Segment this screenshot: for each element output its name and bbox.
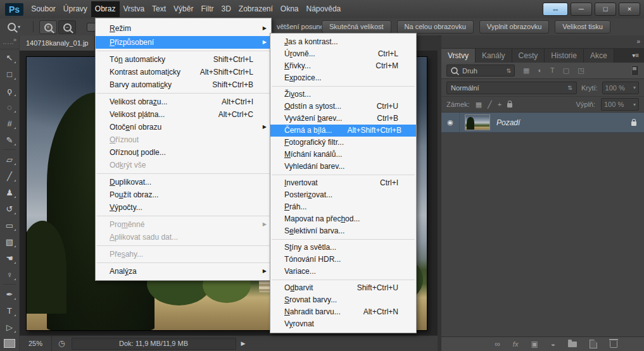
lasso-tool[interactable]: ϙ: [1, 82, 18, 99]
menu-item[interactable]: Srovnat barvy... ▶: [270, 294, 416, 306]
blend-mode-dropdown[interactable]: Normální ⇅: [446, 82, 577, 94]
menubar-item[interactable]: 3D: [217, 1, 234, 17]
healing-brush-tool[interactable]: ▱: [1, 151, 18, 168]
menu-item[interactable]: Míchání kanálů... ▶: [270, 149, 416, 161]
menu-item[interactable]: Mapovat na přechod... ▶: [270, 213, 416, 225]
menu-item[interactable]: Nahradit barvu... Alt+Ctrl+N ▶: [270, 306, 416, 318]
move-tool[interactable]: ↖: [1, 49, 18, 66]
menubar-item[interactable]: Vrstva: [120, 1, 149, 17]
menu-item[interactable]: Vyrovnat ▶: [270, 318, 416, 330]
close-button[interactable]: ×: [619, 3, 640, 16]
panel-menu-button[interactable]: ▾≡: [627, 49, 644, 63]
menu-item[interactable]: Použít obraz... ▶: [96, 188, 271, 201]
filter-shape-layers-icon[interactable]: ▢: [563, 66, 569, 75]
scrubby-zoom-checkbox[interactable]: [87, 23, 96, 32]
menu-item[interactable]: Přizpůsobení ▶: [96, 36, 271, 49]
menu-item[interactable]: Otočení obrazu ▶: [96, 121, 271, 133]
menu-item[interactable]: Barvy automaticky Shift+Ctrl+B ▶: [96, 78, 271, 91]
quick-selection-tool[interactable]: ◌: [1, 99, 18, 115]
document-tab[interactable]: 140718kanaly_01.jp: [20, 35, 95, 51]
menu-item[interactable]: Selektivní barva... ▶: [270, 225, 416, 237]
fill-dropdown[interactable]: 100 % ▾: [601, 98, 639, 111]
menubar-item[interactable]: Obraz: [91, 1, 120, 17]
pen-tool[interactable]: ✒: [1, 286, 18, 302]
new-adjustment-layer-icon[interactable]: ◒: [551, 340, 555, 348]
menu-item[interactable]: Tón automaticky Shift+Ctrl+L ▶: [96, 53, 271, 66]
panel-tab[interactable]: Kanály: [476, 49, 512, 63]
eraser-tool[interactable]: ▭: [1, 217, 18, 233]
dodge-tool[interactable]: ♀: [1, 266, 18, 283]
menubar-item[interactable]: Text: [148, 1, 170, 17]
eyedropper-tool[interactable]: ✎: [1, 132, 18, 148]
new-layer-icon[interactable]: [590, 340, 597, 348]
type-tool[interactable]: T: [1, 302, 18, 319]
zoom-out-button[interactable]: −: [58, 20, 76, 34]
filter-kind-dropdown[interactable]: Druh ⇅: [446, 65, 515, 77]
filter-adjustment-layers-icon[interactable]: ◐: [538, 66, 542, 75]
menu-item[interactable]: Variace... ▶: [270, 266, 416, 278]
lock-all-icon[interactable]: [507, 99, 512, 110]
menu-item[interactable]: Velikost obrazu... Alt+Ctrl+I ▶: [96, 95, 271, 108]
menu-item[interactable]: Křivky... Ctrl+M ▶: [270, 60, 416, 72]
menubar-item[interactable]: Nápověda: [303, 1, 345, 17]
menu-item[interactable]: Vyvážení barev... Ctrl+B ▶: [270, 113, 416, 125]
maximize-button[interactable]: □: [595, 3, 616, 16]
tools-panel-header[interactable]: »: [0, 35, 19, 49]
layer-style-icon[interactable]: fx: [513, 341, 519, 348]
brush-tool[interactable]: ╱: [1, 168, 18, 184]
menu-item[interactable]: Vyhledání barev... ▶: [270, 161, 416, 173]
zoom-level-field[interactable]: 25%: [20, 336, 52, 351]
menu-item[interactable]: Invertovat Ctrl+I ▶: [270, 177, 416, 189]
add-layer-mask-icon[interactable]: ▣: [531, 340, 538, 348]
view-button[interactable]: Na celou obrazovku: [397, 20, 474, 34]
view-button[interactable]: Velikost tisku: [555, 20, 610, 34]
lock-pixels-icon[interactable]: ╱: [488, 101, 492, 109]
menu-item[interactable]: Živost... ▶: [270, 89, 416, 101]
menu-item[interactable]: Analýza ▶: [96, 265, 271, 278]
filter-pixel-layers-icon[interactable]: ▦: [523, 66, 529, 75]
foreground-color-swatch[interactable]: [4, 339, 15, 348]
filter-type-layers-icon[interactable]: T: [550, 66, 555, 75]
panel-group-header[interactable]: »: [441, 35, 644, 49]
menubar-item[interactable]: Okna: [277, 1, 303, 17]
menu-item[interactable]: Stíny a světla... ▶: [270, 242, 416, 254]
menu-item[interactable]: Kontrast automaticky Alt+Shift+Ctrl+L ▶: [96, 66, 271, 78]
menu-item[interactable]: Expozice... ▶: [270, 72, 416, 84]
clone-stamp-tool[interactable]: ♟: [1, 184, 18, 200]
menu-item[interactable]: Fotografický filtr... ▶: [270, 137, 416, 149]
workspace-switch-button[interactable]: ⇔: [543, 3, 568, 16]
filter-smart-objects-icon[interactable]: ◳: [578, 66, 584, 75]
menu-item[interactable]: Duplikovat... ▶: [96, 176, 271, 188]
menubar-item[interactable]: Zobrazení: [235, 1, 277, 17]
menu-item[interactable]: Výpočty... ▶: [96, 201, 271, 214]
panel-tab[interactable]: Cesty: [512, 49, 545, 63]
layer-row[interactable]: ◉ Pozadí: [441, 113, 644, 133]
filter-toggle-switch[interactable]: [631, 65, 639, 76]
delete-layer-icon[interactable]: [610, 341, 617, 348]
menu-item[interactable]: Odstín a sytost... Ctrl+U ▶: [270, 101, 416, 113]
menu-item[interactable]: Tónování HDR... ▶: [270, 254, 416, 266]
menubar-item[interactable]: Soubor: [27, 1, 60, 17]
menu-item[interactable]: Oříznout podle... ▶: [96, 146, 271, 159]
lock-position-icon[interactable]: +: [498, 101, 502, 108]
history-brush-tool[interactable]: ↺: [1, 200, 18, 217]
opacity-dropdown[interactable]: 100 % ▾: [602, 82, 639, 94]
menubar-item[interactable]: Úpravy: [60, 1, 91, 17]
status-flyout-arrow[interactable]: ▶: [241, 340, 246, 347]
menu-item[interactable]: Aplikovat sadu dat... ▶: [96, 231, 271, 243]
new-group-icon[interactable]: [568, 342, 577, 347]
rectangular-marquee-tool[interactable]: □: [1, 66, 18, 82]
menu-item[interactable]: Posterizovat... ▶: [270, 189, 416, 201]
panel-tab[interactable]: Historie: [545, 49, 584, 63]
menu-item[interactable]: Velikost plátna... Alt+Ctrl+C ▶: [96, 108, 271, 121]
menu-item[interactable]: Oříznout ▶: [96, 133, 271, 146]
zoom-in-button[interactable]: +: [39, 20, 57, 34]
menu-item[interactable]: Režim ▶: [96, 21, 271, 36]
menu-item[interactable]: Práh... ▶: [270, 201, 416, 213]
layer-thumbnail[interactable]: [465, 114, 490, 130]
layer-visibility-toggle[interactable]: ◉: [441, 113, 460, 132]
panel-tab[interactable]: Akce: [584, 49, 614, 63]
menu-item[interactable]: Přesahy... ▶: [96, 248, 271, 261]
view-button[interactable]: Skutečná velikost: [322, 20, 391, 34]
smudge-tool[interactable]: ☚: [1, 250, 18, 266]
